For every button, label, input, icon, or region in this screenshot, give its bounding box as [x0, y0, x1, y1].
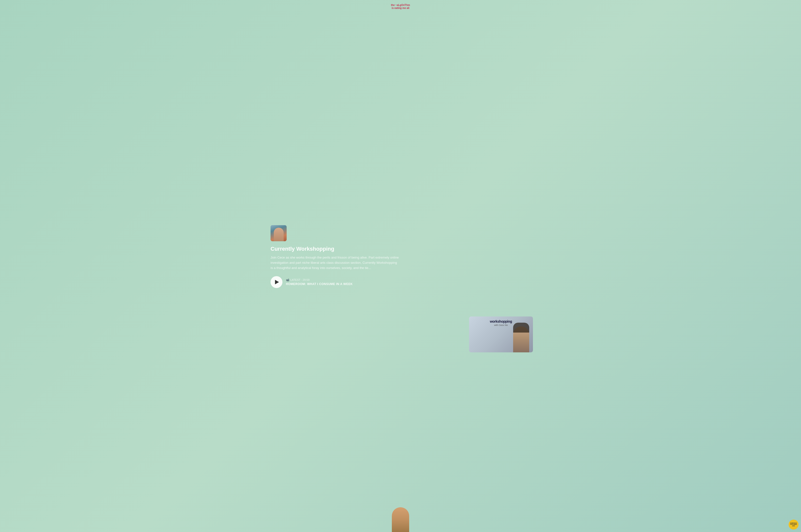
podcast-description: Join Cece as she works through the peril…	[271, 255, 399, 270]
episode-info: 📹 LATEST · 29:59 HOMEROOM: WHAT I CONSUM…	[286, 278, 353, 286]
podcast-thumbnail	[271, 225, 287, 241]
card-4[interactable]: workshopping with Cece Xie	[469, 317, 533, 353]
episode-label: 📹 LATEST · 29:59	[286, 278, 353, 282]
browser-window: ‹ › 🔒 cecexie.substack.com ↻ ⬆ ＋ ⧉ debri…	[261, 175, 540, 357]
card-4-image: workshopping with Cece Xie	[469, 317, 533, 353]
card-3[interactable]: the ~aLgOriThmis eating me ali SUBSTACKF…	[402, 317, 466, 353]
cards-grid: homeroom the ~aLgOriThmis eating me ali …	[261, 311, 540, 357]
play-section: 📹 LATEST · 29:59 HOMEROOM: WHAT I CONSUM…	[271, 276, 399, 288]
episode-title: HOMEROOM: WHAT I CONSUME IN A WEEK	[286, 282, 353, 286]
play-icon	[275, 280, 279, 284]
podcast-title: Currently Workshopping	[271, 246, 399, 252]
video-icon: 📹	[286, 278, 290, 282]
play-button[interactable]	[271, 276, 282, 288]
card-3-image: the ~aLgOriThmis eating me ali SUBSTACKF…	[402, 317, 466, 353]
hero-content: Currently Workshopping Join Cece as she …	[261, 218, 409, 295]
podcast-thumbnail-image	[271, 225, 287, 241]
